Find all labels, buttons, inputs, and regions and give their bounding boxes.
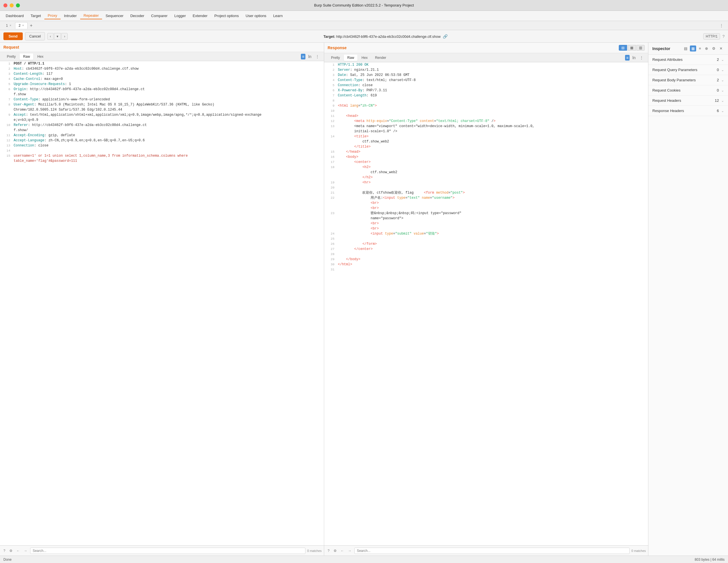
menu-item-intruder[interactable]: Intruder <box>61 13 80 19</box>
menu-item-logger[interactable]: Logger <box>171 13 189 19</box>
response-tab-render[interactable]: Render <box>372 55 390 61</box>
response-line: 16 <body> <box>324 154 648 160</box>
request-pretty-icon[interactable]: ≡ <box>301 54 305 59</box>
tab-1-close[interactable]: × <box>10 24 11 27</box>
view-btn-1[interactable]: ▤ <box>619 45 627 51</box>
link-icon[interactable]: 🔗 <box>443 34 448 39</box>
tab-overflow-button[interactable]: ⋮ <box>717 22 726 29</box>
inspector-sort-btn[interactable]: ≡ <box>697 45 702 51</box>
request-tab-pretty[interactable]: Pretty <box>3 53 19 60</box>
view-btn-2[interactable]: ▦ <box>628 45 636 51</box>
response-tab-hex[interactable]: Hex <box>358 55 371 61</box>
line-text: Upgrade-Insecure-Requests: 1 <box>14 82 322 87</box>
inspector-row-label: Request Cookies <box>652 88 681 92</box>
response-help-icon[interactable]: ? <box>326 548 331 553</box>
inspector-row[interactable]: Request Headers12⌄ <box>648 96 728 106</box>
menu-item-extender[interactable]: Extender <box>189 13 211 19</box>
menu-item-decoder[interactable]: Decoder <box>127 13 148 19</box>
response-line: 28 <box>324 252 648 257</box>
response-search-input[interactable] <box>354 548 630 554</box>
inspector-split-btn[interactable]: ⊕ <box>704 45 710 51</box>
request-tab-hex[interactable]: Hex <box>34 53 47 60</box>
menu-item-user-options[interactable]: User options <box>242 13 270 19</box>
http-version-badge[interactable]: HTTP/1 <box>703 33 720 40</box>
request-title: Request <box>3 45 19 49</box>
request-settings-icon[interactable]: ⚙ <box>8 548 14 553</box>
inspector-row[interactable]: Response Headers6⌄ <box>648 106 728 116</box>
response-forward-icon[interactable]: → <box>347 548 353 553</box>
line-number: 7 <box>2 97 10 102</box>
response-line: 29 </body> <box>324 257 648 262</box>
inspector-settings-btn[interactable]: ⚙ <box>711 45 717 51</box>
inspector-row[interactable]: Request Cookies0⌄ <box>648 85 728 96</box>
menu-item-target[interactable]: Target <box>27 13 44 19</box>
menu-item-learn[interactable]: Learn <box>270 13 286 19</box>
help-icon[interactable]: ? <box>722 34 725 39</box>
new-tab-button[interactable]: + <box>28 22 35 29</box>
line-text: <body> <box>338 154 646 160</box>
maximize-button[interactable] <box>16 3 20 7</box>
line-text: </title> <box>338 144 646 149</box>
inspector-row[interactable]: Request Attributes2⌄ <box>648 55 728 65</box>
line-text: <input type="submit" value="登陆"> <box>338 231 646 236</box>
response-more-icon[interactable]: ⋮ <box>638 55 645 61</box>
nav-prev-button[interactable]: ‹ <box>47 33 53 40</box>
response-line: 21 欢迎你, ctfshow欢迎你, flag <form method="p… <box>324 190 648 195</box>
tab-1[interactable]: 1 × <box>2 22 15 29</box>
inspector-title: Inspector <box>652 46 670 51</box>
request-search-count: 0 matches <box>307 549 322 552</box>
nav-dropdown-button[interactable]: ▾ <box>54 33 61 40</box>
inspector-row[interactable]: Request Query Parameters0⌄ <box>648 65 728 75</box>
response-tab-raw[interactable]: Raw <box>344 55 357 61</box>
request-search-input[interactable] <box>30 548 306 554</box>
tab-2-close[interactable]: × <box>22 24 24 27</box>
line-text: </center> <box>338 247 646 252</box>
close-button[interactable] <box>3 3 7 7</box>
cancel-button[interactable]: Cancel <box>25 32 45 40</box>
request-line: Chrome/102.0.5005.124 Safari/537.36 Edg/… <box>0 107 324 112</box>
response-back-icon[interactable]: ← <box>340 548 345 553</box>
response-line: 11 <head> <box>324 113 648 119</box>
send-button[interactable]: Send <box>3 32 23 40</box>
inspector-row-right: 2⌄ <box>717 78 724 82</box>
inspector-row-label: Request Body Parameters <box>652 78 696 82</box>
inspector-close-btn[interactable]: ✕ <box>718 45 724 51</box>
nav-buttons: ‹ ▾ › <box>47 33 68 40</box>
response-search-bar: ? ⚙ ← → 0 matches <box>324 545 648 556</box>
response-line: 6X-Powered-By: PHP/7.3.11 <box>324 88 648 93</box>
menu-item-project-options[interactable]: Project options <box>211 13 242 19</box>
request-back-icon[interactable]: ← <box>15 548 21 553</box>
request-more-icon[interactable]: ⋮ <box>314 54 320 59</box>
minimize-button[interactable] <box>10 3 14 7</box>
inspector-row[interactable]: Request Body Parameters2⌄ <box>648 75 728 85</box>
request-ln-icon[interactable]: ln <box>307 54 313 59</box>
response-pretty-icon[interactable]: ≡ <box>625 55 630 61</box>
tab-2[interactable]: 2 × <box>15 22 28 29</box>
inspector-view-btn-2[interactable]: ▦ <box>690 45 696 51</box>
line-number: 18 <box>326 165 334 170</box>
request-forward-icon[interactable]: → <box>23 548 28 553</box>
nav-next-button[interactable]: › <box>61 33 68 40</box>
target-url: http://cb43462f-b9f6-437e-a2da-eb3cc02c0… <box>336 35 440 39</box>
line-text: <center> <box>338 160 646 165</box>
line-text: Host: cb43462f-b9f6-437e-a2da-eb3cc02c00… <box>14 66 322 71</box>
menu-item-repeater[interactable]: Repeater <box>80 12 102 19</box>
inspector-view-btn-1[interactable]: ▤ <box>683 45 689 51</box>
menu-item-comparer[interactable]: Comparer <box>148 13 171 19</box>
line-text: ctf.show_web2 <box>338 170 646 175</box>
view-btn-3[interactable]: ▥ <box>636 45 645 51</box>
inspector-row-count: 0 <box>717 88 719 92</box>
request-tab-raw[interactable]: Raw <box>20 53 33 60</box>
menu-item-sequencer[interactable]: Sequencer <box>102 13 127 19</box>
line-number: 13 <box>2 143 10 148</box>
line-number <box>326 144 334 149</box>
menu-item-dashboard[interactable]: Dashboard <box>2 13 27 19</box>
response-settings-icon[interactable]: ⚙ <box>332 548 338 553</box>
request-help-icon[interactable]: ? <box>2 548 7 553</box>
inspector-row-label: Request Query Parameters <box>652 68 697 72</box>
response-ln-icon[interactable]: ln <box>631 55 637 61</box>
titlebar: Burp Suite Community Edition v2022.5.2 -… <box>0 0 728 11</box>
menu-item-proxy[interactable]: Proxy <box>44 12 61 19</box>
main-content: Request Pretty Raw Hex ≡ ln ⋮ 1POST / HT… <box>0 43 728 556</box>
response-tab-pretty[interactable]: Pretty <box>328 55 343 61</box>
